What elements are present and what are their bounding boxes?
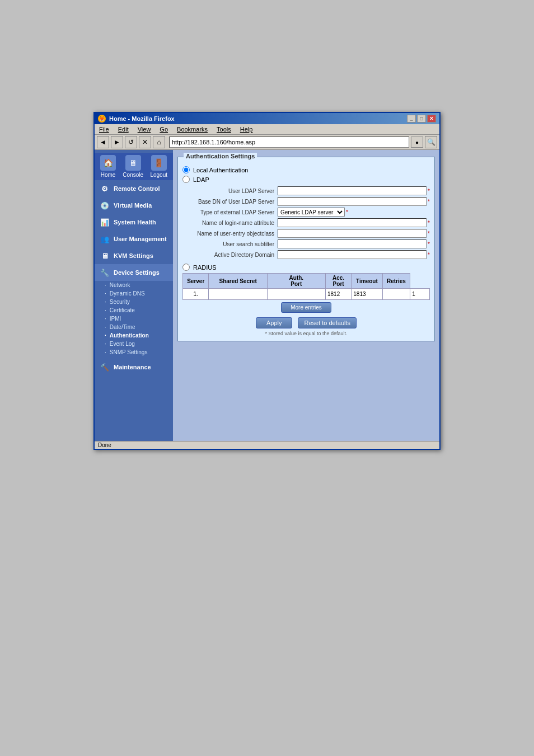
type-external-ldap-label: Type of external LDAP Server	[182, 209, 278, 215]
radius-timeout-cell	[382, 289, 410, 300]
minimize-button[interactable]: _	[407, 115, 416, 123]
sidebar-item-kvm-settings[interactable]: 🖥 KVM Settings	[95, 247, 173, 264]
sidebar-item-maintenance[interactable]: 🔨 Maintenance	[95, 359, 173, 375]
sub-nav-date-time[interactable]: Date/Time	[95, 323, 173, 331]
col-shared-secret: Shared Secret	[209, 274, 267, 289]
status-text: Done	[98, 442, 111, 448]
menu-view[interactable]: View	[135, 125, 153, 133]
device-settings-label: Device Settings	[114, 269, 160, 276]
ldap-label: LDAP	[193, 176, 209, 183]
base-dn-input[interactable]	[278, 197, 427, 206]
type-external-ldap-select[interactable]: Generic LDAP server Active Directory eDi…	[278, 208, 345, 217]
user-ldap-server-label: User LDAP Server	[182, 188, 278, 194]
radius-section: RADIUS Server Shared Secret Auth.Port Ac…	[182, 264, 430, 313]
browser-window: 🦊 Home - Mozilla Firefox _ □ ✕ File Edit…	[93, 112, 441, 450]
user-entry-asterisk: *	[428, 231, 430, 237]
radius-row-num: 1.	[183, 289, 209, 300]
user-entry-objectclass-input[interactable]	[278, 229, 427, 238]
top-header-bar: 🏠 Home 🖥 Console 🚪 Logout	[95, 153, 173, 180]
footer-note: * Stored value is equal to the default.	[182, 331, 430, 336]
sub-nav-event-log[interactable]: Event Log	[95, 340, 173, 348]
sub-nav-snmp-settings[interactable]: SNMP Settings	[95, 348, 173, 356]
sub-nav-network[interactable]: Network	[95, 281, 173, 289]
user-ldap-server-input[interactable]	[278, 186, 427, 195]
apply-button[interactable]: Apply	[256, 317, 293, 328]
sub-nav-ipmi[interactable]: IPMI	[95, 314, 173, 323]
radius-secret-input[interactable]	[269, 290, 324, 298]
sidebar-item-system-health[interactable]: 📊 System Health	[95, 214, 173, 231]
remote-control-label: Remote Control	[114, 185, 160, 192]
user-search-subfilter-row: User search subfilter *	[182, 240, 430, 248]
menu-tools[interactable]: Tools	[214, 125, 233, 133]
user-entry-objectclass-label: Name of user-entry objectclass	[182, 231, 278, 237]
user-search-asterisk: *	[428, 241, 430, 247]
title-bar-buttons: _ □ ✕	[407, 115, 436, 123]
user-search-subfilter-label: User search subfilter	[182, 241, 278, 247]
active-directory-domain-input[interactable]	[278, 250, 427, 259]
active-directory-domain-row: Active Directory Domain *	[182, 250, 430, 259]
radius-retries-input[interactable]	[412, 290, 428, 298]
menu-file[interactable]: File	[97, 125, 111, 133]
close-button[interactable]: ✕	[427, 115, 436, 123]
maximize-button[interactable]: □	[417, 115, 426, 123]
login-name-attr-input[interactable]	[278, 218, 427, 227]
home-label: Home	[101, 172, 116, 178]
home-nav[interactable]: 🏠 Home	[100, 155, 116, 178]
more-entries-button[interactable]: More entries	[281, 302, 331, 313]
reset-button[interactable]: Reset to defaults	[298, 317, 357, 328]
maintenance-label: Maintenance	[114, 364, 151, 370]
sub-nav-security[interactable]: Security	[95, 298, 173, 306]
logout-nav[interactable]: 🚪 Logout	[150, 155, 167, 178]
local-auth-radio[interactable]	[182, 166, 190, 173]
sub-nav-authentication[interactable]: Authentication	[95, 331, 173, 340]
stop-button[interactable]: ✕	[139, 136, 151, 148]
sidebar-item-virtual-media[interactable]: 💿 Virtual Media	[95, 197, 173, 214]
ldap-radio[interactable]	[182, 176, 190, 183]
type-ldap-asterisk: *	[346, 209, 348, 215]
radius-retries-cell	[410, 289, 430, 300]
home-icon: 🏠	[100, 155, 116, 171]
radius-timeout-input[interactable]	[385, 290, 409, 298]
user-ldap-asterisk: *	[428, 188, 430, 194]
window-title: Home - Mozilla Firefox	[109, 115, 175, 122]
menu-help[interactable]: Help	[238, 125, 255, 133]
user-management-label: User Management	[114, 236, 167, 242]
user-management-icon: 👥	[99, 233, 110, 245]
go-button[interactable]: ●	[411, 137, 423, 148]
search-button[interactable]: 🔍	[425, 136, 437, 148]
home-button[interactable]: ⌂	[153, 136, 165, 148]
sidebar-item-remote-control[interactable]: ⚙ Remote Control	[95, 180, 173, 197]
radius-radio[interactable]	[182, 264, 190, 271]
radius-label: RADIUS	[193, 264, 217, 271]
menu-go[interactable]: Go	[157, 125, 170, 133]
menu-edit[interactable]: Edit	[116, 125, 131, 133]
firefox-icon: 🦊	[98, 115, 106, 123]
radius-auth-port-input[interactable]	[327, 290, 349, 298]
reload-button[interactable]: ↺	[125, 136, 137, 148]
local-auth-row: Local Authentication	[182, 166, 430, 173]
sub-nav: Network Dynamic DNS Security Certificate…	[95, 281, 173, 356]
toolbar: ◄ ► ↺ ✕ ⌂ http://192.168.1.160/home.asp …	[95, 135, 439, 150]
auth-settings-fieldset: Authentication Settings Local Authentica…	[177, 157, 435, 341]
sidebar-item-user-management[interactable]: 👥 User Management	[95, 231, 173, 247]
col-server: Server	[183, 274, 209, 289]
sub-nav-dynamic-dns[interactable]: Dynamic DNS	[95, 289, 173, 298]
radius-acc-port-input[interactable]	[353, 290, 380, 298]
sidebar-item-device-settings[interactable]: 🔧 Device Settings	[95, 264, 173, 281]
btn-row: Apply Reset to defaults	[182, 317, 430, 328]
address-input[interactable]: http://192.168.1.160/home.asp	[169, 137, 409, 148]
radius-auth-port-cell	[325, 289, 351, 300]
menu-bookmarks[interactable]: Bookmarks	[175, 125, 210, 133]
sub-nav-certificate[interactable]: Certificate	[95, 306, 173, 314]
ldap-fields: User LDAP Server * Base DN of User LDAP …	[182, 186, 430, 259]
system-health-icon: 📊	[99, 217, 110, 228]
forward-button[interactable]: ►	[111, 136, 123, 148]
radius-server-input[interactable]	[210, 290, 265, 298]
back-button[interactable]: ◄	[97, 136, 109, 148]
login-name-attr-label: Name of login-name attribute	[182, 220, 278, 226]
radius-server-cell	[209, 289, 267, 300]
user-ldap-server-row: User LDAP Server *	[182, 186, 430, 195]
console-nav[interactable]: 🖥 Console	[123, 155, 143, 178]
status-bar: Done	[95, 441, 439, 449]
user-search-subfilter-input[interactable]	[278, 240, 427, 248]
